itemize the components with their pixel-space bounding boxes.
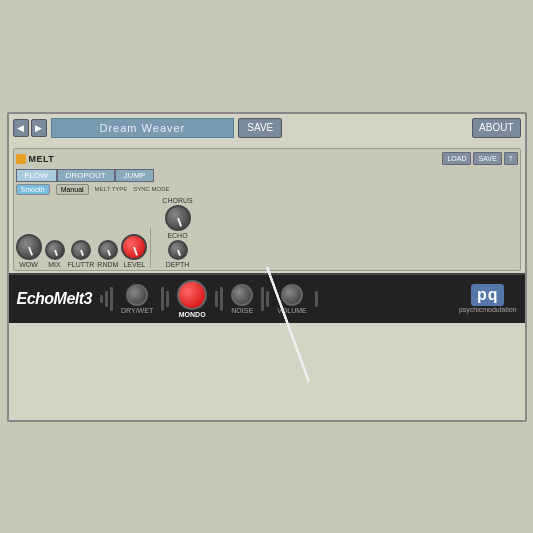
chorus-title: CHORUS — [162, 197, 192, 204]
echo-knob[interactable] — [165, 205, 191, 231]
tab-dropout[interactable]: DROPOUT — [57, 169, 115, 182]
tab-jump[interactable]: JUMP — [115, 169, 155, 182]
melt-panel: MELT LOAD SAVE ? FLOW DROPOUT JUMP Smoot… — [13, 148, 521, 271]
melt-type-label: MELT TYPE — [95, 186, 128, 192]
depth-group: DEPTH — [166, 240, 190, 268]
melt-load-button[interactable]: LOAD — [442, 152, 471, 165]
preset-name: Dream Weaver — [51, 118, 235, 138]
divider3 — [150, 228, 151, 268]
nav-arrows: ◀ ▶ — [13, 119, 47, 137]
melt-level-label: LEVEL — [123, 261, 145, 268]
eq-bar-10 — [315, 291, 318, 307]
mondo-group: MONDO — [177, 280, 207, 318]
melt-title: MELT — [29, 154, 55, 164]
bottom-bar: EchoMelt3 DRY/WET MONDO NOISE — [9, 273, 525, 323]
eq-lines-2 — [161, 284, 169, 314]
drywet-knob[interactable] — [126, 284, 148, 306]
prev-preset-button[interactable]: ◀ — [13, 119, 29, 137]
eq-bar-3 — [110, 287, 113, 311]
smooth-button[interactable]: Smooth — [16, 184, 50, 195]
fluttr-label: FLUTTR — [68, 261, 95, 268]
melt-level-group: LEVEL — [121, 234, 147, 268]
save-button[interactable]: SAVE — [238, 118, 282, 138]
wow-group: WOW — [16, 234, 42, 268]
volume-group: VOLUME — [277, 284, 307, 314]
logo-sub: psychicmodulation — [459, 306, 517, 313]
fluttr-knob[interactable] — [71, 240, 91, 260]
rndm-group: RNDM — [97, 240, 118, 268]
brand-name: EchoMelt3 — [17, 290, 93, 308]
noise-group: NOISE — [231, 284, 253, 314]
mix-knob[interactable] — [45, 240, 65, 260]
about-button[interactable]: ABOUT — [472, 118, 520, 138]
volume-knob[interactable] — [281, 284, 303, 306]
echo-knob-label: ECHO — [167, 232, 187, 239]
eq-bar-6 — [215, 291, 218, 307]
eq-lines-3 — [215, 284, 223, 314]
melt-manual-button[interactable]: Manual — [56, 184, 89, 195]
eq-lines — [100, 284, 113, 314]
logo-box: pq psychicmodulation — [459, 284, 517, 313]
melt-header: MELT LOAD SAVE ? — [16, 151, 518, 167]
mix-label: MIX — [48, 261, 60, 268]
next-preset-button[interactable]: ▶ — [31, 119, 47, 137]
mondo-knob[interactable] — [177, 280, 207, 310]
fluttr-group: FLUTTR — [68, 240, 95, 268]
melt-level-knob[interactable] — [121, 234, 147, 260]
melt-save-button[interactable]: SAVE — [473, 152, 501, 165]
eq-lines-4 — [261, 284, 269, 314]
drywet-label: DRY/WET — [121, 307, 153, 314]
eq-lines-5 — [315, 284, 318, 314]
eq-bar-5 — [166, 291, 169, 307]
melt-syncmode-label: SYNC MODE — [133, 186, 169, 192]
depth-label: DEPTH — [166, 261, 190, 268]
eq-bar-2 — [105, 291, 108, 307]
melt-help-button[interactable]: ? — [504, 152, 518, 165]
eq-bar-1 — [100, 295, 103, 303]
tab-flow[interactable]: FLOW — [16, 169, 57, 182]
eq-bar-9 — [266, 291, 269, 307]
plugin-frame: ◀ ▶ Dream Weaver SAVE ABOUT MELT LOAD SA… — [7, 112, 527, 422]
top-bar: ◀ ▶ Dream Weaver SAVE ABOUT — [9, 114, 525, 142]
wow-label: WOW — [19, 261, 38, 268]
noise-label: NOISE — [231, 307, 253, 314]
main-area: MELT LOAD SAVE ? FLOW DROPOUT JUMP Smoot… — [9, 142, 525, 273]
melt-main-row: WOW MIX FLUTTR RNDM LEVEL — [16, 197, 518, 268]
eq-bar-4 — [161, 287, 164, 311]
melt-indicator — [16, 154, 26, 164]
eq-bar-7 — [220, 287, 223, 311]
rndm-knob[interactable] — [98, 240, 118, 260]
chorus-section: CHORUS ECHO DEPTH — [162, 197, 192, 268]
rndm-label: RNDM — [97, 261, 118, 268]
mondo-label: MONDO — [179, 311, 206, 318]
melt-title-box: MELT — [16, 154, 443, 164]
eq-bar-8 — [261, 287, 264, 311]
echo-knob-group: ECHO — [165, 205, 191, 239]
melt-tabs: FLOW DROPOUT JUMP — [16, 169, 518, 182]
melt-panel-btns: LOAD SAVE ? — [442, 152, 517, 165]
drywet-group: DRY/WET — [121, 284, 153, 314]
noise-knob[interactable] — [231, 284, 253, 306]
wow-knob[interactable] — [16, 234, 42, 260]
depth-knob[interactable] — [168, 240, 188, 260]
logo-icon: pq — [471, 284, 505, 306]
melt-type-row: Smooth Manual MELT TYPE SYNC MODE — [16, 184, 518, 195]
mix-group: MIX — [45, 240, 65, 268]
